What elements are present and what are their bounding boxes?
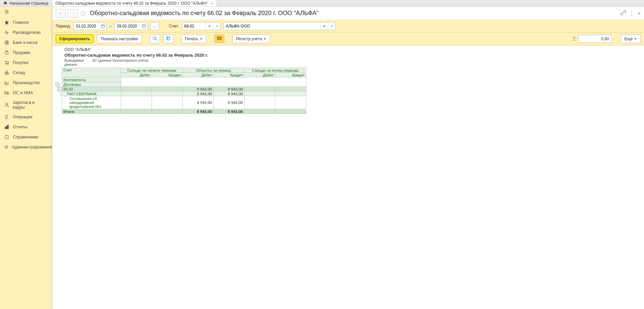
table-row[interactable]: Соглашения об овердрафной кредитовании №… xyxy=(62,96,306,109)
svg-marker-0 xyxy=(5,20,9,24)
period-picker-button[interactable]: … xyxy=(150,22,159,30)
nav-back-button[interactable]: ← xyxy=(56,9,66,18)
close-icon[interactable]: × xyxy=(638,10,641,16)
table-total-row[interactable]: Итого 8 943,00 8 943,00 xyxy=(62,109,306,114)
tab-home-label: Начальная страница xyxy=(9,1,48,6)
sum-value[interactable]: 0,00 xyxy=(578,35,611,43)
expand-button[interactable] xyxy=(163,35,173,43)
sidebar-item-salary[interactable]: Зарплата и кадры xyxy=(0,98,52,112)
generate-button[interactable]: Сформировать xyxy=(56,35,94,43)
calendar-icon[interactable] xyxy=(140,22,147,30)
home-icon xyxy=(3,1,7,6)
sidebar-item-bank[interactable]: ₽Банк и касса xyxy=(0,38,52,48)
nav-forward-button[interactable]: → xyxy=(68,9,78,18)
dtkt-icon: ДтКт xyxy=(4,114,9,120)
sidebar-item-label: Склад xyxy=(13,70,25,75)
col-header: Дебет xyxy=(245,73,275,77)
sidebar-item-warehouse[interactable]: Склад xyxy=(0,68,52,78)
tab-document[interactable]: Оборотно-сальдовая ведомость по счету 66… xyxy=(52,0,217,6)
table-row[interactable]: 66.02 8 943,00 8 943,00 xyxy=(62,87,306,91)
tab-document-label: Оборотно-сальдовая ведомость по счету 66… xyxy=(55,1,208,6)
svg-marker-15 xyxy=(80,10,86,16)
col-header: Кредит xyxy=(214,73,245,77)
account-field[interactable]: ▾ ↗ xyxy=(182,22,221,30)
sidebar-item-label: Покупки xyxy=(13,60,29,65)
sidebar-item-label: Продажи xyxy=(13,50,30,55)
org-field[interactable]: ▾ ↗ xyxy=(223,22,335,30)
menu-icon xyxy=(4,9,9,14)
collapse-button[interactable]: − xyxy=(58,87,62,91)
sidebar-item-label: Главное xyxy=(13,20,29,25)
sidebar-item-main[interactable]: Главное xyxy=(0,17,52,27)
sidebar-item-sales[interactable]: Продажи xyxy=(0,48,52,58)
account-input[interactable] xyxy=(182,22,206,30)
page-title: Оборотно-сальдовая ведомость по счету 66… xyxy=(90,10,619,17)
print-button[interactable]: Печать▼ xyxy=(181,35,206,43)
col-header: Кредит xyxy=(275,73,306,77)
show-settings-label: Показать настройки xyxy=(101,37,138,41)
mail-button[interactable] xyxy=(214,35,224,43)
show-settings-button[interactable]: Показать настройки xyxy=(97,35,142,43)
tab-close-icon[interactable]: × xyxy=(211,1,213,5)
row-name: Итого xyxy=(62,109,121,114)
cell: 8 943,00 xyxy=(214,109,245,114)
sidebar-item-operations[interactable]: ДтКтОперации xyxy=(0,112,52,122)
svg-rect-13 xyxy=(8,125,9,129)
sidebar-item-label: Зарплата и кадры xyxy=(13,100,48,110)
table-row[interactable]: ПАО СБЕРБАНК 8 943,00 8 943,00 xyxy=(62,91,306,96)
more-button[interactable]: Еще▼ xyxy=(621,35,641,43)
register-button[interactable]: Регистр учета▼ xyxy=(232,35,270,43)
svg-point-8 xyxy=(5,94,6,94)
date-from-field[interactable] xyxy=(73,22,107,30)
row-name: 66.02 xyxy=(62,87,121,91)
ruble-icon: ₽ xyxy=(4,40,9,45)
sidebar-item-assets[interactable]: ОС и НМА xyxy=(0,88,52,98)
pulse-icon xyxy=(4,30,9,35)
more-vertical-icon[interactable]: ⋮ xyxy=(629,10,634,16)
date-to-field[interactable] xyxy=(114,22,148,30)
open-ref-icon[interactable]: ↗ xyxy=(213,22,220,30)
date-from-input[interactable] xyxy=(74,22,99,30)
sidebar-item-refs[interactable]: Справочники xyxy=(0,132,52,142)
cart-icon xyxy=(4,60,9,65)
svg-rect-12 xyxy=(6,126,7,129)
sidebar-item-label: Производство xyxy=(13,80,40,85)
sidebar-item-production[interactable]: Производство xyxy=(0,78,52,88)
truck-icon xyxy=(4,90,9,96)
star-icon xyxy=(4,20,9,25)
svg-rect-6 xyxy=(7,73,8,74)
collapse-button[interactable]: − xyxy=(56,82,59,86)
gear-icon xyxy=(4,144,9,150)
cell: 8 943,00 xyxy=(214,91,245,96)
report-area[interactable]: ООО "АЛЬФА" Оборотно-сальдовая ведомость… xyxy=(52,46,644,309)
bars-icon xyxy=(4,124,9,130)
sidebar-item-manager[interactable]: Руководителю xyxy=(0,27,52,38)
org-input[interactable] xyxy=(224,22,320,30)
svg-point-9 xyxy=(7,94,8,94)
search-button[interactable] xyxy=(150,35,160,43)
sidebar-item-purchases[interactable]: Покупки xyxy=(0,58,52,68)
sidebar-item-label: Операции xyxy=(13,115,32,119)
account-label: Счет: xyxy=(169,24,179,28)
cell: 8 943,00 xyxy=(183,109,214,114)
sidebar-item-admin[interactable]: Администрирование xyxy=(0,142,52,152)
calendar-icon[interactable] xyxy=(99,22,106,30)
link-icon[interactable] xyxy=(621,10,626,16)
chevron-down-icon: ▼ xyxy=(634,37,637,41)
date-to-input[interactable] xyxy=(115,22,140,30)
sidebar-item-label: Руководителю xyxy=(13,30,41,35)
dropdown-icon[interactable]: ▾ xyxy=(206,22,213,30)
open-ref-icon[interactable]: ↗ xyxy=(328,22,335,30)
svg-point-14 xyxy=(5,146,7,148)
svg-rect-5 xyxy=(5,73,6,74)
sidebar-item-reports[interactable]: Отчеты xyxy=(0,122,52,132)
titlebar: ← → Оборотно-сальдовая ведомость по счет… xyxy=(52,7,644,20)
favorite-icon[interactable] xyxy=(80,10,87,17)
dropdown-icon[interactable]: ▾ xyxy=(320,22,328,30)
svg-rect-11 xyxy=(5,127,6,129)
main: ← → Оборотно-сальдовая ведомость по счет… xyxy=(52,7,644,309)
expand-icon xyxy=(166,36,170,42)
tab-home[interactable]: Начальная страница xyxy=(0,0,52,6)
more-label: Еще xyxy=(625,37,633,41)
menu-button[interactable] xyxy=(0,7,52,17)
